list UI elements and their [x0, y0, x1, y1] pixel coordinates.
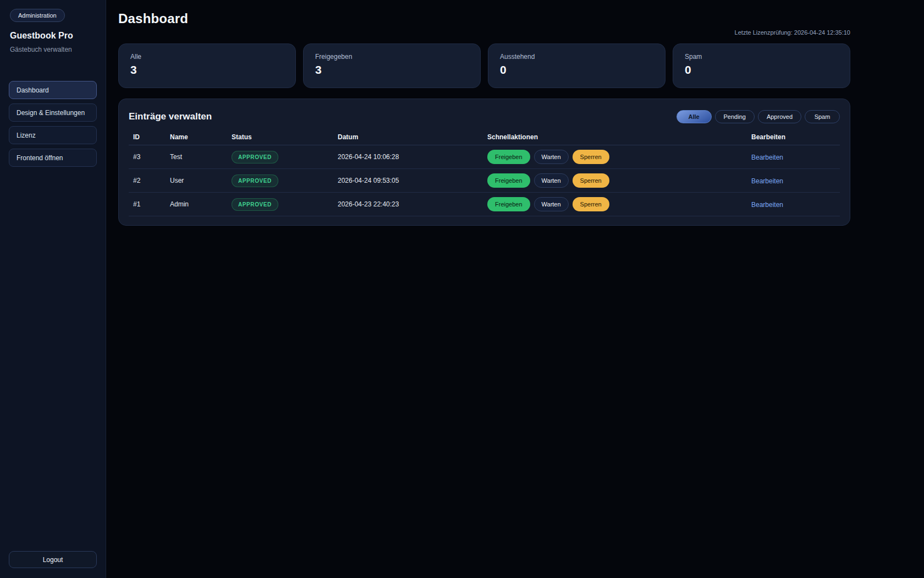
block-button[interactable]: Sperren	[573, 197, 609, 211]
filter-approved-button[interactable]: Approved	[758, 110, 801, 123]
stat-label: Spam	[685, 53, 838, 61]
block-button[interactable]: Sperren	[573, 150, 609, 164]
wait-button[interactable]: Warten	[534, 150, 569, 164]
stat-card-ausstehend: Ausstehend 0	[488, 43, 666, 88]
logout-button[interactable]: Logout	[9, 551, 97, 568]
column-header-name: Name	[166, 133, 227, 141]
stat-value: 0	[685, 63, 838, 77]
license-check-text: Letzte Lizenzprüfung: 2026-04-24 12:35:1…	[118, 29, 850, 36]
sidebar-item-frontend-oeffnen[interactable]: Frontend öffnen	[9, 149, 97, 167]
approve-button[interactable]: Freigeben	[487, 173, 530, 188]
stat-label: Ausstehend	[500, 53, 653, 61]
approve-button[interactable]: Freigeben	[487, 197, 530, 211]
entry-id: #2	[129, 177, 166, 184]
status-badge: APPROVED	[232, 198, 278, 211]
sidebar-nav: Dashboard Design & Einstellungen Lizenz …	[9, 81, 97, 167]
table-row: #1 Admin APPROVED 2026-04-23 22:40:23 Fr…	[129, 193, 840, 216]
column-header-datum: Datum	[333, 133, 483, 141]
administration-badge: Administration	[10, 9, 65, 22]
edit-link[interactable]: Bearbeiten	[751, 177, 783, 185]
entries-panel: Einträge verwalten Alle Pending Approved…	[118, 99, 850, 226]
stat-value: 0	[500, 63, 653, 77]
entry-date: 2026-04-24 09:53:05	[333, 177, 483, 184]
entry-date: 2026-04-23 22:40:23	[333, 200, 483, 208]
stat-value: 3	[315, 63, 469, 77]
edit-link[interactable]: Bearbeiten	[751, 201, 783, 209]
stat-card-freigegeben: Freigegeben 3	[303, 43, 481, 88]
sidebar-item-label: Design & Einstellungen	[16, 109, 85, 117]
quick-actions: Freigeben Warten Sperren	[483, 197, 747, 211]
quick-actions: Freigeben Warten Sperren	[483, 150, 747, 164]
sidebar-item-label: Frontend öffnen	[16, 154, 63, 162]
table-row: #3 Test APPROVED 2026-04-24 10:06:28 Fre…	[129, 145, 840, 169]
table-header-row: ID Name Status Datum Schnellaktionen Bea…	[129, 129, 840, 145]
stat-card-alle: Alle 3	[118, 43, 296, 88]
status-badge: APPROVED	[232, 151, 278, 163]
app-subtitle: Gästebuch verwalten	[10, 46, 97, 53]
stat-value: 3	[130, 63, 284, 77]
wait-button[interactable]: Warten	[534, 197, 569, 211]
sidebar-item-design-einstellungen[interactable]: Design & Einstellungen	[9, 103, 97, 122]
column-header-status: Status	[227, 133, 333, 141]
page-title: Dashboard	[118, 11, 850, 26]
filter-pending-button[interactable]: Pending	[715, 110, 755, 123]
filter-alle-button[interactable]: Alle	[676, 110, 712, 123]
filter-spam-button[interactable]: Spam	[805, 110, 840, 123]
wait-button[interactable]: Warten	[534, 173, 569, 188]
sidebar-item-dashboard[interactable]: Dashboard	[9, 81, 97, 99]
entry-id: #3	[129, 153, 166, 161]
column-header-schnellaktionen: Schnellaktionen	[483, 133, 747, 141]
stat-label: Alle	[130, 53, 284, 61]
main-content: Dashboard Letzte Lizenzprüfung: 2026-04-…	[106, 0, 924, 578]
sidebar-item-label: Lizenz	[16, 132, 36, 139]
app-title: Guestbook Pro	[10, 31, 97, 41]
stat-cards: Alle 3 Freigegeben 3 Ausstehend 0 Spam 0	[118, 43, 850, 88]
column-header-bearbeiten: Bearbeiten	[747, 133, 840, 141]
entry-id: #1	[129, 200, 166, 208]
sidebar-item-lizenz[interactable]: Lizenz	[9, 126, 97, 144]
entries-panel-title: Einträge verwalten	[129, 111, 212, 122]
quick-actions: Freigeben Warten Sperren	[483, 173, 747, 188]
stat-card-spam: Spam 0	[673, 43, 850, 88]
status-badge: APPROVED	[232, 175, 278, 187]
approve-button[interactable]: Freigeben	[487, 150, 530, 164]
entry-name: User	[166, 177, 227, 184]
block-button[interactable]: Sperren	[573, 173, 609, 188]
stat-label: Freigegeben	[315, 53, 469, 61]
edit-link[interactable]: Bearbeiten	[751, 154, 783, 161]
column-header-id: ID	[129, 133, 166, 141]
table-row: #2 User APPROVED 2026-04-24 09:53:05 Fre…	[129, 169, 840, 193]
sidebar: Administration Guestbook Pro Gästebuch v…	[0, 0, 106, 578]
filter-buttons: Alle Pending Approved Spam	[676, 110, 840, 123]
entry-name: Admin	[166, 200, 227, 208]
entry-name: Test	[166, 153, 227, 161]
entries-table: ID Name Status Datum Schnellaktionen Bea…	[129, 129, 840, 216]
sidebar-item-label: Dashboard	[16, 86, 49, 94]
entry-date: 2026-04-24 10:06:28	[333, 153, 483, 161]
